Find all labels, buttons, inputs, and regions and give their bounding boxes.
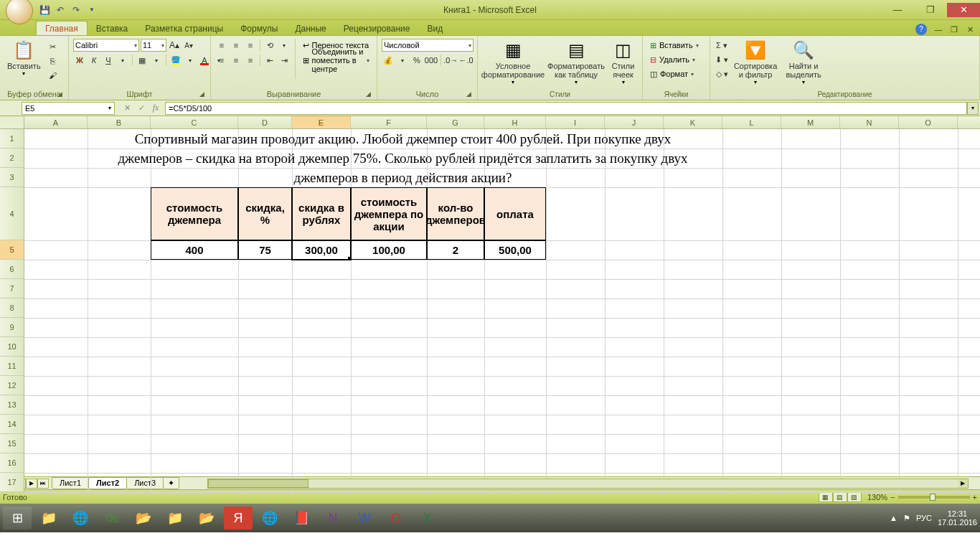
align-right-icon[interactable]: ≡ xyxy=(244,54,257,67)
row-header[interactable]: 16 xyxy=(0,453,24,473)
align-top-icon[interactable]: ≡ xyxy=(215,39,228,52)
qat-customize-icon[interactable]: ▼ xyxy=(85,3,99,17)
close-button[interactable]: ✕ xyxy=(947,3,980,17)
doc-restore-button[interactable]: ❐ xyxy=(947,24,961,35)
row-header[interactable]: 17 xyxy=(0,473,24,492)
enter-formula-icon[interactable]: ✓ xyxy=(135,102,148,115)
format-table-button[interactable]: ▤Форматировать как таблицу▾ xyxy=(547,37,606,87)
column-header[interactable]: J xyxy=(605,116,664,128)
taskbar-app[interactable]: 📁 xyxy=(34,507,63,529)
scroll-right-icon[interactable]: ▶ xyxy=(958,479,968,488)
cell[interactable]: 300,00 xyxy=(292,240,351,260)
taskbar-app[interactable]: 🌐 xyxy=(255,507,284,529)
cell[interactable]: джемперов в период действия акции? xyxy=(24,168,781,187)
view-pagelayout-icon[interactable]: ▤ xyxy=(833,492,847,502)
tray-lang[interactable]: РУС xyxy=(916,514,932,522)
increase-indent-icon[interactable]: ⇥ xyxy=(278,54,291,67)
maximize-button[interactable]: ❐ xyxy=(914,3,947,17)
select-all-corner[interactable] xyxy=(0,116,24,128)
row-header[interactable]: 2 xyxy=(0,149,24,168)
row-header[interactable]: 6 xyxy=(0,260,24,279)
conditional-format-button[interactable]: ▦Условное форматирование▾ xyxy=(482,37,544,87)
increase-decimal-icon[interactable]: .0→ xyxy=(444,54,458,67)
align-center-icon[interactable]: ≡ xyxy=(230,54,242,67)
fill-dd[interactable]: ▾ xyxy=(184,54,197,67)
row-header[interactable]: 14 xyxy=(0,415,24,434)
column-header[interactable]: F xyxy=(351,116,427,128)
font-name-combo[interactable]: Calibri▾ xyxy=(73,39,139,52)
percent-icon[interactable]: % xyxy=(410,54,423,67)
bold-button[interactable]: Ж xyxy=(73,54,86,67)
fill-color-icon[interactable]: 🪣 xyxy=(169,54,182,67)
save-icon[interactable]: 💾 xyxy=(37,3,52,17)
font-color-icon[interactable]: A xyxy=(198,54,211,67)
office-button[interactable] xyxy=(6,0,33,24)
launcher-icon[interactable]: ◢ xyxy=(464,90,473,99)
row-header[interactable]: 4 xyxy=(0,187,24,240)
cell[interactable]: Спортивный магазин проводит акцию. Любой… xyxy=(24,129,781,149)
tab-data[interactable]: Данные xyxy=(286,22,334,35)
sort-filter-button[interactable]: 🔽Сортировка и фильтр▾ xyxy=(732,37,779,87)
cell[interactable]: оплата xyxy=(484,187,546,240)
cut-icon[interactable]: ✂ xyxy=(47,40,60,53)
tray-up-icon[interactable]: ▲ xyxy=(890,514,897,522)
cell[interactable]: джемперов – скидка на второй джемпер 75%… xyxy=(24,149,781,168)
scroll-thumb[interactable] xyxy=(208,479,308,488)
column-header[interactable]: I xyxy=(546,116,605,128)
row-header[interactable]: 1 xyxy=(0,129,24,149)
currency-icon[interactable]: 💰 xyxy=(382,54,395,67)
italic-button[interactable]: К xyxy=(88,54,100,67)
taskbar-app[interactable]: 📂 xyxy=(129,507,158,529)
row-header[interactable]: 11 xyxy=(0,357,24,376)
row-header[interactable]: 13 xyxy=(0,395,24,415)
taskbar-app[interactable]: N xyxy=(319,507,347,529)
start-button[interactable]: ⊞ xyxy=(3,507,32,529)
cell[interactable]: стоимость джемпера xyxy=(151,187,238,240)
align-left-icon[interactable]: ≡ xyxy=(215,54,228,67)
row-header[interactable]: 15 xyxy=(0,434,24,453)
copy-icon[interactable]: ⎘ xyxy=(47,55,60,67)
tab-pagelayout[interactable]: Разметка страницы xyxy=(136,22,232,35)
taskbar-app[interactable]: 🌐 xyxy=(66,507,95,529)
launcher-icon[interactable]: ◢ xyxy=(55,90,64,99)
cell[interactable]: 2 xyxy=(427,240,484,260)
taskbar-app[interactable]: 🛍 xyxy=(98,507,126,529)
row-header[interactable]: 8 xyxy=(0,298,24,318)
decrease-decimal-icon[interactable]: ←.0 xyxy=(459,54,473,67)
row-header[interactable]: 3 xyxy=(0,168,24,187)
cell[interactable]: скидка в рублях xyxy=(292,187,351,240)
font-size-combo[interactable]: 11▾ xyxy=(141,39,166,52)
orientation-icon[interactable]: ⟲ xyxy=(263,39,276,52)
name-box[interactable]: E5▾ xyxy=(22,102,115,115)
column-header[interactable]: C xyxy=(151,116,238,128)
row-header[interactable]: 9 xyxy=(0,318,24,337)
format-cells-button[interactable]: ◫Формат▾ xyxy=(647,67,702,80)
column-header[interactable]: K xyxy=(664,116,722,128)
taskbar-word-icon[interactable]: W xyxy=(350,507,379,529)
autosum-icon[interactable]: Σ ▾ xyxy=(715,39,729,52)
cancel-formula-icon[interactable]: ✕ xyxy=(121,102,133,115)
column-header[interactable]: D xyxy=(238,116,292,128)
zoom-value[interactable]: 130% xyxy=(867,493,887,501)
zoom-slider[interactable] xyxy=(898,496,970,499)
column-header[interactable]: A xyxy=(24,116,88,128)
tab-insert[interactable]: Вставка xyxy=(88,22,137,35)
expand-formula-icon[interactable]: ▾ xyxy=(967,102,979,115)
taskbar-app[interactable]: 📁 xyxy=(161,507,189,529)
taskbar-opera-icon[interactable]: O xyxy=(382,507,410,529)
tab-review[interactable]: Рецензирование xyxy=(335,22,419,35)
cell[interactable]: 100,00 xyxy=(351,240,427,260)
cell[interactable]: 75 xyxy=(238,240,292,260)
cell-styles-button[interactable]: ◫Стили ячеек▾ xyxy=(608,37,638,87)
column-header[interactable]: O xyxy=(899,116,958,128)
launcher-icon[interactable]: ◢ xyxy=(197,90,206,99)
fill-icon[interactable]: ⬇ ▾ xyxy=(715,53,729,66)
number-format-combo[interactable]: Числовой▾ xyxy=(382,39,473,52)
taskbar-app[interactable]: 📂 xyxy=(192,507,221,529)
row-header[interactable]: 5 xyxy=(0,240,24,260)
border-icon[interactable]: ▦ xyxy=(136,54,149,67)
tray-clock[interactable]: 12:31 17.01.2016 xyxy=(938,509,977,527)
fx-icon[interactable]: fx xyxy=(149,102,162,115)
cell[interactable]: скидка, % xyxy=(238,187,292,240)
cell[interactable]: кол-во джемперов xyxy=(427,187,484,240)
